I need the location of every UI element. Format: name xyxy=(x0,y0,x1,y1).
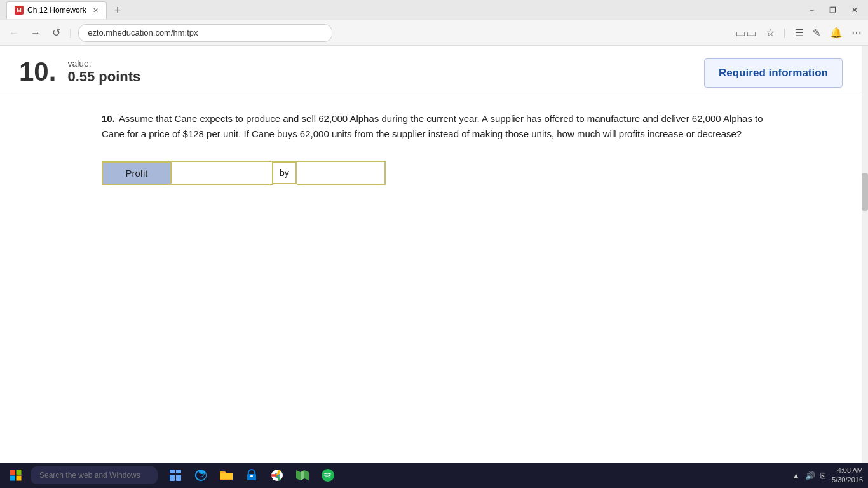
spotify-app[interactable] xyxy=(318,465,338,485)
notifications-icon[interactable]: 🔔 xyxy=(830,27,843,39)
window-controls: − ❐ ✕ xyxy=(806,4,862,16)
battery-icon: ▲ xyxy=(792,471,800,480)
maximize-button[interactable]: ❐ xyxy=(825,4,840,16)
network-icon: ⎘ xyxy=(820,471,825,480)
tab-close-button[interactable]: ✕ xyxy=(93,6,98,15)
page-content: 10. value: 0.55 points Required informat… xyxy=(0,46,868,463)
svg-rect-7 xyxy=(176,475,181,481)
back-button[interactable]: ← xyxy=(6,25,22,41)
svg-marker-13 xyxy=(301,470,304,480)
question-body: 10.Assume that Cane expects to produce a… xyxy=(0,92,868,204)
address-bar: ← → ↺ | ▭▭ ☆ | ☰ ✎ 🔔 ⋯ xyxy=(0,20,868,46)
new-tab-button[interactable]: + xyxy=(109,4,126,16)
start-button[interactable] xyxy=(5,467,27,484)
taskbar: ▲ 🔊 ⎘ 4:08 AM 5/30/2016 xyxy=(0,463,868,488)
tab-title: Ch 12 Homework xyxy=(27,6,86,15)
address-separator: | xyxy=(69,27,72,39)
value-label: value: xyxy=(67,58,140,69)
question-body-text: Assume that Cane expects to produce and … xyxy=(102,113,763,139)
svg-rect-6 xyxy=(170,475,175,481)
task-view-button[interactable] xyxy=(165,465,186,485)
scrollbar-track[interactable] xyxy=(862,46,868,463)
profit-label: Profit xyxy=(102,161,172,185)
windows-logo-icon xyxy=(10,470,22,481)
menu-icon[interactable]: ☰ xyxy=(795,27,804,39)
browser-titlebar: M Ch 12 Homework ✕ + − ❐ ✕ xyxy=(0,0,868,20)
maps-app[interactable] xyxy=(292,465,313,485)
browser-tools: ▭▭ ☆ | ☰ ✎ 🔔 ⋯ xyxy=(735,26,862,40)
favorites-icon[interactable]: ☆ xyxy=(766,27,775,39)
close-button[interactable]: ✕ xyxy=(848,4,862,16)
taskbar-right: ▲ 🔊 ⎘ 4:08 AM 5/30/2016 xyxy=(792,466,863,485)
svg-rect-2 xyxy=(10,476,15,481)
question-points: value: 0.55 points xyxy=(67,58,140,85)
clock-time: 4:08 AM xyxy=(832,466,863,475)
more-icon[interactable]: ⋯ xyxy=(851,27,862,39)
system-tray-icons: ▲ 🔊 ⎘ xyxy=(792,471,825,480)
scrollbar-thumb[interactable] xyxy=(862,173,868,211)
question-header: 10. value: 0.55 points Required informat… xyxy=(0,46,868,92)
tab-bar: M Ch 12 Homework ✕ + xyxy=(6,0,126,20)
store-app[interactable] xyxy=(241,465,262,485)
question-text: 10.Assume that Cane expects to produce a… xyxy=(102,111,766,142)
refresh-button[interactable]: ↺ xyxy=(50,24,63,41)
taskbar-clock[interactable]: 4:08 AM 5/30/2016 xyxy=(832,466,863,485)
tab-favicon: M xyxy=(15,6,24,15)
reader-view-icon[interactable]: ▭▭ xyxy=(735,26,757,40)
svg-rect-3 xyxy=(17,476,22,481)
points-value: 0.55 points xyxy=(67,69,140,85)
svg-rect-9 xyxy=(250,475,253,477)
active-tab[interactable]: M Ch 12 Homework ✕ xyxy=(6,1,107,19)
chrome-app[interactable] xyxy=(267,465,287,485)
required-information-button[interactable]: Required information xyxy=(704,58,843,88)
edge-app[interactable] xyxy=(191,465,211,485)
minimize-button[interactable]: − xyxy=(806,4,818,16)
by-label: by xyxy=(273,161,297,184)
svg-rect-4 xyxy=(170,470,175,473)
address-input[interactable] xyxy=(78,24,332,42)
question-number: 10. xyxy=(19,58,56,85)
volume-icon: 🔊 xyxy=(805,471,815,480)
svg-rect-0 xyxy=(10,470,15,475)
profit-dropdown-input[interactable] xyxy=(172,161,273,185)
question-number-inline: 10. xyxy=(102,113,115,124)
annotate-icon[interactable]: ✎ xyxy=(813,27,821,39)
forward-button[interactable]: → xyxy=(28,25,43,41)
divider: | xyxy=(783,27,786,39)
clock-date: 5/30/2016 xyxy=(832,475,863,485)
answer-row: Profit by xyxy=(102,161,766,185)
taskbar-search[interactable] xyxy=(31,466,158,484)
profit-amount-input[interactable] xyxy=(297,161,386,185)
taskbar-apps xyxy=(165,465,338,485)
svg-rect-5 xyxy=(176,470,181,473)
file-explorer-app[interactable] xyxy=(216,465,236,485)
svg-rect-1 xyxy=(17,470,22,475)
